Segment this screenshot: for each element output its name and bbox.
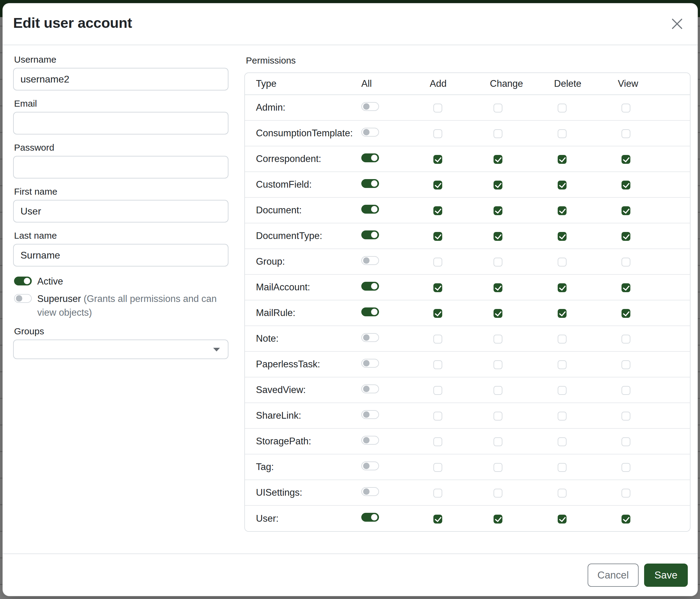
permission-add-checkbox[interactable]	[433, 386, 442, 395]
permission-delete-checkbox[interactable]	[558, 386, 567, 395]
permission-view-checkbox[interactable]	[622, 129, 630, 138]
permission-view-checkbox[interactable]	[622, 360, 630, 369]
permission-change-checkbox[interactable]	[494, 232, 502, 241]
permission-add-checkbox[interactable]	[433, 283, 442, 292]
permission-view-checkbox[interactable]	[622, 283, 630, 292]
permission-view-checkbox[interactable]	[622, 437, 630, 446]
close-button[interactable]	[669, 16, 685, 32]
permission-change-checkbox[interactable]	[494, 489, 502, 498]
username-input[interactable]	[13, 68, 228, 91]
permission-view-checkbox[interactable]	[622, 412, 630, 421]
permission-add-checkbox[interactable]	[433, 489, 442, 498]
permission-change-checkbox[interactable]	[494, 463, 502, 472]
permission-delete-checkbox[interactable]	[558, 514, 567, 524]
permission-view-checkbox[interactable]	[622, 103, 630, 113]
permission-view-checkbox[interactable]	[622, 489, 630, 498]
permission-delete-checkbox[interactable]	[558, 258, 567, 266]
permission-add-checkbox[interactable]	[433, 103, 442, 113]
permission-delete-checkbox[interactable]	[558, 437, 567, 446]
permission-change-checkbox[interactable]	[494, 386, 502, 395]
permission-change-checkbox[interactable]	[494, 335, 502, 343]
permission-view-checkbox[interactable]	[622, 206, 630, 215]
permission-delete-checkbox[interactable]	[558, 489, 567, 498]
email-input[interactable]	[13, 112, 228, 135]
permission-change-checkbox[interactable]	[494, 360, 502, 369]
permission-view-checkbox[interactable]	[622, 514, 630, 524]
permission-change-checkbox[interactable]	[494, 309, 502, 318]
permission-all-toggle[interactable]	[361, 436, 379, 445]
active-toggle[interactable]	[14, 277, 32, 285]
permission-type-label: Correspondent:	[245, 146, 361, 172]
permission-delete-checkbox[interactable]	[558, 232, 567, 241]
last-name-input[interactable]	[13, 244, 228, 266]
permission-all-toggle[interactable]	[361, 359, 379, 368]
permission-delete-checkbox[interactable]	[558, 463, 567, 472]
permission-view-checkbox[interactable]	[622, 258, 630, 266]
permission-all-toggle[interactable]	[361, 384, 379, 393]
permission-change-checkbox[interactable]	[494, 514, 502, 524]
permission-all-toggle[interactable]	[361, 410, 379, 419]
permission-add-checkbox[interactable]	[433, 232, 442, 241]
cancel-button[interactable]: Cancel	[588, 564, 639, 587]
permission-view-checkbox[interactable]	[622, 181, 630, 190]
permission-all-toggle[interactable]	[361, 487, 379, 496]
permission-add-checkbox[interactable]	[433, 206, 442, 215]
permission-delete-checkbox[interactable]	[558, 335, 567, 343]
save-button[interactable]: Save	[644, 564, 688, 587]
permission-add-checkbox[interactable]	[433, 437, 442, 446]
permission-all-toggle[interactable]	[361, 308, 379, 316]
permission-all-toggle[interactable]	[361, 513, 379, 522]
permission-delete-checkbox[interactable]	[558, 360, 567, 369]
permission-view-checkbox[interactable]	[622, 335, 630, 343]
permission-add-checkbox[interactable]	[433, 463, 442, 472]
permission-all-toggle[interactable]	[361, 461, 379, 470]
permission-view-checkbox[interactable]	[622, 309, 630, 318]
permission-delete-checkbox[interactable]	[558, 103, 567, 113]
permission-all-toggle[interactable]	[361, 179, 379, 188]
permission-all-toggle[interactable]	[361, 153, 379, 162]
superuser-toggle[interactable]	[14, 294, 32, 303]
column-header-view: View	[618, 73, 690, 95]
permission-all-toggle[interactable]	[361, 128, 379, 137]
permission-add-checkbox[interactable]	[433, 514, 442, 524]
permission-add-checkbox[interactable]	[433, 412, 442, 421]
first-name-input[interactable]	[13, 200, 228, 222]
permission-add-checkbox[interactable]	[433, 258, 442, 266]
groups-select[interactable]	[13, 339, 228, 359]
permission-add-checkbox[interactable]	[433, 335, 442, 343]
permission-change-checkbox[interactable]	[494, 155, 502, 164]
permission-add-checkbox[interactable]	[433, 155, 442, 164]
permission-all-toggle[interactable]	[361, 102, 379, 111]
permission-delete-checkbox[interactable]	[558, 155, 567, 164]
permission-add-checkbox[interactable]	[433, 181, 442, 190]
permission-view-checkbox[interactable]	[622, 155, 630, 164]
permission-all-toggle[interactable]	[361, 205, 379, 214]
password-input[interactable]	[13, 156, 228, 178]
permission-delete-checkbox[interactable]	[558, 283, 567, 292]
permission-delete-checkbox[interactable]	[558, 309, 567, 318]
permission-delete-checkbox[interactable]	[558, 206, 567, 215]
permission-view-checkbox[interactable]	[622, 386, 630, 395]
permission-all-toggle[interactable]	[361, 333, 379, 342]
permission-add-checkbox[interactable]	[433, 129, 442, 138]
chevron-down-icon	[213, 348, 220, 352]
permission-change-checkbox[interactable]	[494, 437, 502, 446]
permission-delete-checkbox[interactable]	[558, 181, 567, 190]
permission-all-toggle[interactable]	[361, 256, 379, 265]
permission-add-checkbox[interactable]	[433, 309, 442, 318]
permission-delete-checkbox[interactable]	[558, 129, 567, 138]
permission-delete-checkbox[interactable]	[558, 412, 567, 421]
permission-change-checkbox[interactable]	[494, 129, 502, 138]
permission-add-checkbox[interactable]	[433, 360, 442, 369]
permission-all-toggle[interactable]	[361, 282, 379, 291]
permission-view-checkbox[interactable]	[622, 232, 630, 241]
permission-all-toggle[interactable]	[361, 231, 379, 239]
permission-view-checkbox[interactable]	[622, 463, 630, 472]
username-label: Username	[14, 54, 228, 65]
permission-change-checkbox[interactable]	[494, 258, 502, 266]
permission-change-checkbox[interactable]	[494, 103, 502, 113]
permission-change-checkbox[interactable]	[494, 283, 502, 292]
permission-change-checkbox[interactable]	[494, 181, 502, 190]
permission-change-checkbox[interactable]	[494, 412, 502, 421]
permission-change-checkbox[interactable]	[494, 206, 502, 215]
